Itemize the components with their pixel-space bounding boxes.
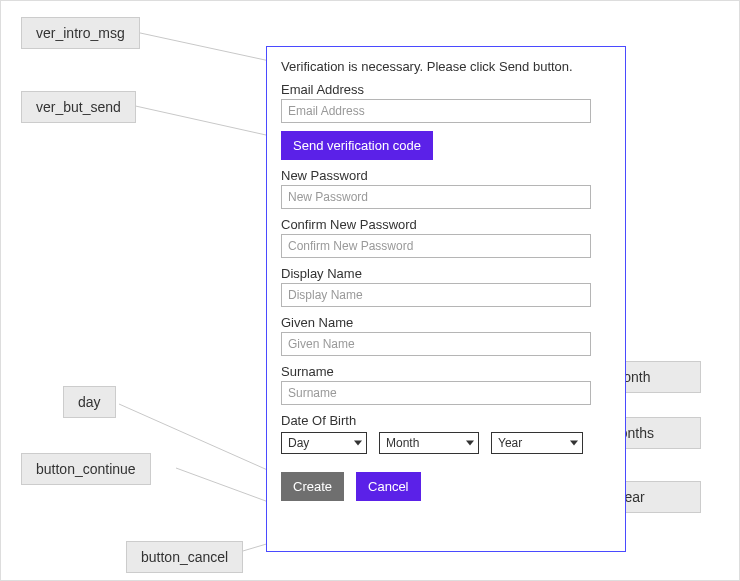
chevron-down-icon bbox=[354, 441, 362, 446]
dob-label: Date Of Birth bbox=[281, 413, 611, 428]
dob-month-select[interactable]: Month bbox=[379, 432, 479, 454]
given-name-input[interactable] bbox=[281, 332, 591, 356]
surname-label: Surname bbox=[281, 364, 611, 379]
callout-ver-intro-msg: ver_intro_msg bbox=[21, 17, 140, 49]
callout-label: button_cancel bbox=[141, 549, 228, 565]
dob-year-select[interactable]: Year bbox=[491, 432, 583, 454]
display-name-label: Display Name bbox=[281, 266, 611, 281]
callout-button-cancel: button_cancel bbox=[126, 541, 243, 573]
callout-button-continue: button_continue bbox=[21, 453, 151, 485]
callout-label: ver_but_send bbox=[36, 99, 121, 115]
send-verification-button[interactable]: Send verification code bbox=[281, 131, 433, 160]
dob-day-select[interactable]: Day bbox=[281, 432, 367, 454]
cancel-button[interactable]: Cancel bbox=[356, 472, 420, 501]
display-name-input[interactable] bbox=[281, 283, 591, 307]
callout-label: ver_intro_msg bbox=[36, 25, 125, 41]
callout-day: day bbox=[63, 386, 116, 418]
diagram-canvas: ver_intro_msg ver_but_send day button_co… bbox=[0, 0, 740, 581]
new-password-input[interactable] bbox=[281, 185, 591, 209]
verification-intro-msg: Verification is necessary. Please click … bbox=[281, 59, 611, 74]
new-password-label: New Password bbox=[281, 168, 611, 183]
email-label: Email Address bbox=[281, 82, 611, 97]
chevron-down-icon bbox=[570, 441, 578, 446]
given-name-label: Given Name bbox=[281, 315, 611, 330]
chevron-down-icon bbox=[466, 441, 474, 446]
callout-label: button_continue bbox=[36, 461, 136, 477]
confirm-password-input[interactable] bbox=[281, 234, 591, 258]
callout-ver-but-send: ver_but_send bbox=[21, 91, 136, 123]
dob-row: Day Month Year bbox=[281, 432, 611, 454]
surname-input[interactable] bbox=[281, 381, 591, 405]
dob-year-value: Year bbox=[498, 436, 522, 450]
create-button[interactable]: Create bbox=[281, 472, 344, 501]
callout-label: day bbox=[78, 394, 101, 410]
svg-line-0 bbox=[131, 31, 279, 63]
dob-day-value: Day bbox=[288, 436, 309, 450]
dob-month-value: Month bbox=[386, 436, 419, 450]
signup-form-panel: Verification is necessary. Please click … bbox=[266, 46, 626, 552]
confirm-password-label: Confirm New Password bbox=[281, 217, 611, 232]
email-input[interactable] bbox=[281, 99, 591, 123]
action-row: Create Cancel bbox=[281, 472, 611, 501]
